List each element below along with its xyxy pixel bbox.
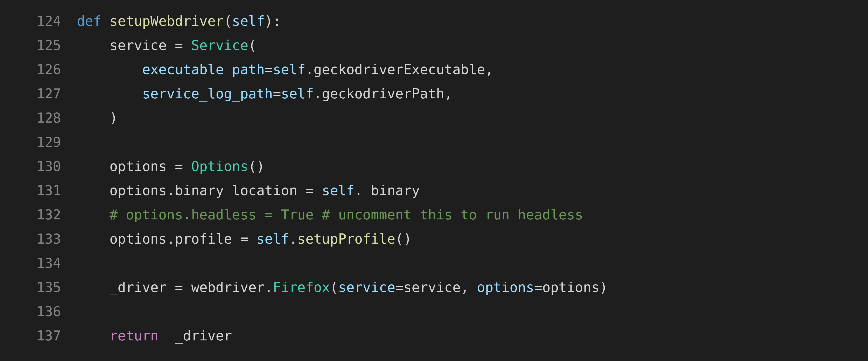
code-token: options — [110, 231, 167, 247]
line-number: 126 — [9, 57, 77, 82]
code-token: = — [273, 86, 281, 101]
code-token: service — [403, 279, 461, 295]
code-line[interactable]: 133 options.profile = self.setupProfile(… — [9, 227, 868, 251]
code-token: = — [305, 183, 322, 199]
line-number: 135 — [9, 275, 77, 299]
code-content[interactable] — [77, 251, 868, 275]
code-token: options — [542, 279, 599, 295]
code-token: , — [444, 86, 453, 101]
code-content[interactable]: options.profile = self.setupProfile() — [77, 227, 868, 251]
code-token: setupProfile — [297, 231, 395, 247]
code-content[interactable]: _driver = webdriver.Firefox(service=serv… — [77, 275, 868, 299]
code-token: . — [166, 183, 175, 199]
code-token: () — [395, 231, 412, 247]
code-token: . — [265, 279, 273, 295]
code-token: service_log_path — [142, 86, 273, 101]
code-token: # options.headless = True # uncomment th… — [110, 207, 583, 222]
code-token: , — [485, 62, 493, 78]
code-token: Firefox — [273, 279, 330, 295]
code-token: options — [477, 279, 534, 295]
line-number: 129 — [9, 130, 77, 154]
code-token: = — [534, 279, 542, 295]
code-line[interactable]: 134 — [9, 251, 868, 275]
line-number: 136 — [9, 299, 77, 324]
code-line[interactable]: 136 — [9, 299, 868, 324]
line-number: 133 — [9, 227, 77, 251]
code-token: = — [175, 37, 191, 53]
code-token: self — [322, 183, 355, 199]
code-content[interactable]: return _driver — [77, 324, 868, 348]
code-line[interactable]: 127 service_log_path=self.geckodriverPat… — [9, 82, 868, 106]
code-line[interactable]: 129 — [9, 130, 868, 154]
code-content[interactable] — [77, 299, 868, 324]
code-token: = — [265, 62, 273, 78]
code-token: return — [110, 328, 159, 343]
code-line[interactable]: 137 return _driver — [9, 324, 868, 348]
code-token: self — [281, 86, 314, 101]
code-line[interactable]: 131 options.binary_location = self._bina… — [9, 178, 868, 203]
line-number: 132 — [9, 203, 77, 227]
code-line[interactable]: 135 _driver = webdriver.Firefox(service=… — [9, 275, 868, 299]
code-content[interactable]: executable_path=self.geckodriverExecutab… — [77, 57, 868, 82]
code-token: ( — [248, 37, 256, 53]
code-line[interactable]: 132 # options.headless = True # uncommen… — [9, 203, 868, 227]
code-content[interactable]: # options.headless = True # uncomment th… — [77, 203, 868, 227]
code-editor[interactable]: 124def setupWebdriver(self):125 service … — [0, 0, 868, 348]
code-token: options — [110, 183, 167, 199]
code-token: , — [461, 279, 477, 295]
code-token: executable_path — [142, 62, 265, 78]
code-line[interactable]: 124def setupWebdriver(self): — [9, 9, 868, 33]
code-token: service — [338, 279, 395, 295]
line-number: 130 — [9, 154, 77, 178]
code-token: = — [395, 279, 403, 295]
code-token: () — [248, 158, 265, 174]
code-token: def — [77, 13, 110, 29]
code-line[interactable]: 125 service = Service( — [9, 33, 868, 57]
code-token: binary_location — [175, 183, 306, 199]
code-token: = — [175, 279, 191, 295]
code-token: . — [305, 62, 313, 78]
code-token: ( — [224, 13, 232, 29]
code-token: webdriver — [191, 279, 265, 295]
code-token: . — [166, 231, 175, 247]
code-line[interactable]: 128 ) — [9, 106, 868, 130]
code-token: geckodriverPath — [322, 86, 444, 101]
code-token: options — [110, 158, 175, 174]
code-token: . — [289, 231, 297, 247]
code-content[interactable]: options.binary_location = self._binary — [77, 178, 868, 203]
code-content[interactable]: service_log_path=self.geckodriverPath, — [77, 82, 868, 106]
line-number: 127 — [9, 82, 77, 106]
code-token: ) — [110, 110, 118, 126]
code-token: profile — [175, 231, 240, 247]
code-token: Options — [191, 158, 248, 174]
line-number: 125 — [9, 33, 77, 57]
line-number: 134 — [9, 251, 77, 275]
code-token: self — [232, 13, 265, 29]
code-token: Service — [191, 37, 248, 53]
line-number: 137 — [9, 324, 77, 348]
line-number: 131 — [9, 178, 77, 203]
code-token: _binary — [363, 183, 420, 199]
code-token: setupWebdriver — [110, 13, 224, 29]
code-content[interactable]: ) — [77, 106, 868, 130]
code-content[interactable]: options = Options() — [77, 154, 868, 178]
code-token: self — [273, 62, 306, 78]
code-token: = — [175, 158, 191, 174]
code-content[interactable] — [77, 130, 868, 154]
code-token: = — [240, 231, 256, 247]
code-content[interactable]: def setupWebdriver(self): — [77, 9, 868, 33]
code-line[interactable]: 126 executable_path=self.geckodriverExec… — [9, 57, 868, 82]
code-token: _driver — [158, 328, 232, 343]
code-line[interactable]: 130 options = Options() — [9, 154, 868, 178]
code-token: . — [314, 86, 322, 101]
code-token: . — [354, 183, 363, 199]
code-token: geckodriverExecutable — [314, 62, 485, 78]
code-token: self — [256, 231, 289, 247]
line-number: 128 — [9, 106, 77, 130]
code-token: ): — [265, 13, 281, 29]
code-token: _driver — [110, 279, 175, 295]
code-token: ( — [330, 279, 338, 295]
code-content[interactable]: service = Service( — [77, 33, 868, 57]
code-token: ) — [599, 279, 608, 295]
line-number: 124 — [9, 9, 77, 33]
